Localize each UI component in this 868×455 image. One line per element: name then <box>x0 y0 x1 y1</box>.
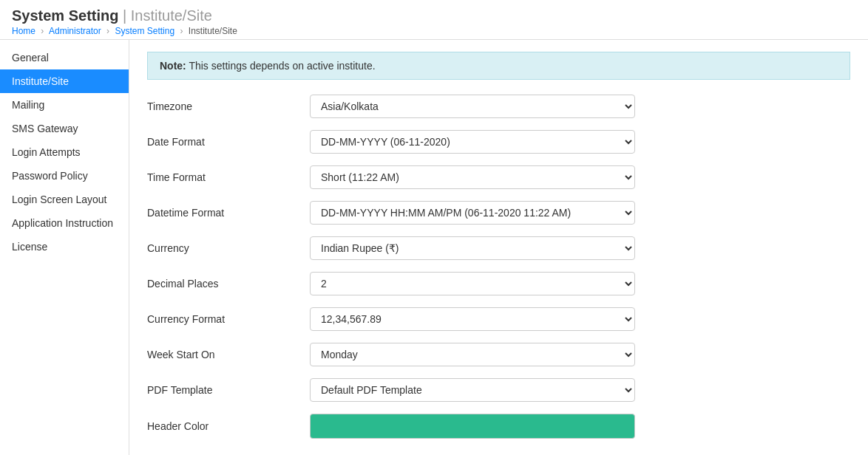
form-row-9: Header Color <box>147 414 850 439</box>
form-select-6[interactable]: 12,34,567.891,234,567.89 <box>310 307 635 331</box>
note-box: Note: This settings depends on active in… <box>147 52 850 80</box>
settings-form: TimezoneAsia/KolkataUTCAmerica/New_YorkD… <box>147 95 850 439</box>
header-color-picker[interactable] <box>310 414 635 439</box>
form-select-2[interactable]: Short (11:22 AM)Long (11:22:00 AM) <box>310 165 635 189</box>
form-row-5: Decimal Places0123 <box>147 272 850 295</box>
sidebar-item-application-instruction[interactable]: Application Instruction <box>0 211 129 235</box>
sidebar-item-sms-gateway[interactable]: SMS Gateway <box>0 117 129 140</box>
form-select-7[interactable]: MondaySundaySaturday <box>310 343 635 366</box>
sidebar-item-login-attempts[interactable]: Login Attempts <box>0 140 129 164</box>
form-label-0: Timezone <box>147 100 310 112</box>
breadcrumb-sep-1: › <box>41 26 44 36</box>
form-row-7: Week Start OnMondaySundaySaturday <box>147 343 850 366</box>
sidebar-item-general[interactable]: General <box>0 46 129 69</box>
title-main: System Setting <box>12 7 118 24</box>
sidebar-item-license[interactable]: License <box>0 235 129 259</box>
page-header: System Setting | Institute/Site Home › A… <box>0 0 868 40</box>
form-row-8: PDF TemplateDefault PDF Template <box>147 378 850 402</box>
breadcrumb-sep-3: › <box>180 26 183 36</box>
form-row-3: Datetime FormatDD-MM-YYYY HH:MM AM/PM (0… <box>147 201 850 225</box>
breadcrumb-system-setting[interactable]: System Setting <box>115 26 174 36</box>
breadcrumb-home[interactable]: Home <box>12 26 35 36</box>
form-row-1: Date FormatDD-MM-YYYY (06-11-2020)MM-DD-… <box>147 130 850 154</box>
form-label-1: Date Format <box>147 136 310 148</box>
sidebar: GeneralInstitute/SiteMailingSMS GatewayL… <box>0 40 129 455</box>
title-separator: | <box>123 7 131 24</box>
page-title: System Setting | Institute/Site <box>12 7 856 24</box>
title-sub: Institute/Site <box>131 7 212 24</box>
form-select-1[interactable]: DD-MM-YYYY (06-11-2020)MM-DD-YYYY (11-06… <box>310 130 635 154</box>
breadcrumb-sep-2: › <box>106 26 109 36</box>
form-row-2: Time FormatShort (11:22 AM)Long (11:22:0… <box>147 165 850 189</box>
form-label-8: PDF Template <box>147 384 310 396</box>
breadcrumb-administrator[interactable]: Administrator <box>49 26 101 36</box>
sidebar-item-mailing[interactable]: Mailing <box>0 93 129 117</box>
form-label-7: Week Start On <box>147 349 310 360</box>
form-select-0[interactable]: Asia/KolkataUTCAmerica/New_York <box>310 95 635 118</box>
form-row-6: Currency Format12,34,567.891,234,567.89 <box>147 307 850 331</box>
form-row-0: TimezoneAsia/KolkataUTCAmerica/New_York <box>147 95 850 118</box>
form-label-6: Currency Format <box>147 313 310 325</box>
main-content: Note: This settings depends on active in… <box>129 40 868 455</box>
note-prefix: Note: <box>160 60 186 72</box>
sidebar-item-institute-site[interactable]: Institute/Site <box>0 69 129 93</box>
form-label-9: Header Color <box>147 420 310 432</box>
form-label-5: Decimal Places <box>147 278 310 290</box>
breadcrumb: Home › Administrator › System Setting › … <box>12 26 856 36</box>
form-label-3: Datetime Format <box>147 207 310 219</box>
form-row-4: CurrencyIndian Rupee (₹)US Dollar ($)Eur… <box>147 236 850 260</box>
layout: GeneralInstitute/SiteMailingSMS GatewayL… <box>0 40 868 455</box>
form-select-4[interactable]: Indian Rupee (₹)US Dollar ($)Euro (€) <box>310 236 635 260</box>
breadcrumb-current: Institute/Site <box>189 26 237 36</box>
note-text: This settings depends on active institut… <box>189 60 375 72</box>
form-select-8[interactable]: Default PDF Template <box>310 378 635 402</box>
form-label-2: Time Format <box>147 171 310 183</box>
sidebar-item-password-policy[interactable]: Password Policy <box>0 164 129 188</box>
form-select-3[interactable]: DD-MM-YYYY HH:MM AM/PM (06-11-2020 11:22… <box>310 201 635 225</box>
sidebar-item-login-screen-layout[interactable]: Login Screen Layout <box>0 188 129 211</box>
form-select-5[interactable]: 0123 <box>310 272 635 295</box>
form-label-4: Currency <box>147 242 310 254</box>
